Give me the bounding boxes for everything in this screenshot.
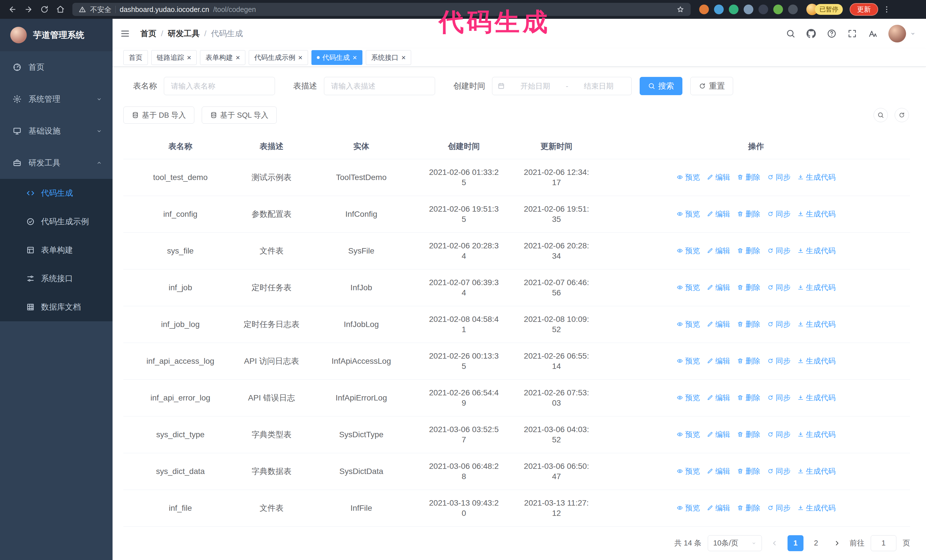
generate-code-link[interactable]: 生成代码	[797, 246, 836, 256]
extension-icon-5[interactable]	[758, 5, 768, 14]
sync-link[interactable]: 同步	[767, 246, 791, 256]
github-button[interactable]	[806, 29, 816, 38]
edit-link[interactable]: 编辑	[707, 282, 730, 293]
tab-close-icon[interactable]: ×	[187, 54, 191, 61]
sidebar-item[interactable]: 基础设施	[0, 115, 112, 147]
page-size-select[interactable]: 10条/页	[708, 535, 762, 551]
generate-code-link[interactable]: 生成代码	[797, 319, 836, 329]
tab-系统接口[interactable]: 系统接口×	[366, 50, 411, 65]
sync-link[interactable]: 同步	[767, 319, 791, 329]
sidebar-item[interactable]: 研发工具	[0, 147, 112, 179]
import-db-button[interactable]: 基于 DB 导入	[123, 107, 194, 124]
header-search-button[interactable]	[786, 29, 796, 38]
extension-icon-7[interactable]	[788, 5, 798, 14]
preview-link[interactable]: 预览	[677, 503, 700, 513]
tab-代码生成示例[interactable]: 代码生成示例×	[249, 50, 308, 65]
extension-icon-4[interactable]	[744, 5, 754, 14]
breadcrumb-item[interactable]: 研发工具	[168, 28, 200, 39]
delete-link[interactable]: 删除	[737, 282, 761, 293]
extension-icon-3[interactable]	[729, 5, 738, 14]
goto-page-input[interactable]	[871, 535, 896, 551]
generate-code-link[interactable]: 生成代码	[797, 209, 836, 219]
sidebar-subitem[interactable]: 代码生成示例	[0, 207, 112, 236]
edit-link[interactable]: 编辑	[707, 209, 730, 219]
preview-link[interactable]: 预览	[677, 246, 700, 256]
refresh-table-button[interactable]	[895, 108, 909, 122]
breadcrumb-item[interactable]: 首页	[141, 28, 156, 39]
extension-icon-6[interactable]	[773, 5, 783, 14]
delete-link[interactable]: 删除	[737, 429, 761, 439]
preview-link[interactable]: 预览	[677, 282, 700, 293]
delete-link[interactable]: 删除	[737, 466, 761, 476]
preview-link[interactable]: 预览	[677, 319, 700, 329]
import-sql-button[interactable]: 基于 SQL 导入	[202, 107, 277, 124]
edit-link[interactable]: 编辑	[707, 246, 730, 256]
edit-link[interactable]: 编辑	[707, 356, 730, 366]
sync-link[interactable]: 同步	[767, 503, 791, 513]
delete-link[interactable]: 删除	[737, 356, 761, 366]
tab-首页[interactable]: 首页	[123, 50, 148, 65]
bookmark-star-icon[interactable]	[676, 5, 684, 14]
tab-链路追踪[interactable]: 链路追踪×	[151, 50, 197, 65]
sidebar-item[interactable]: 首页	[0, 51, 112, 83]
sync-link[interactable]: 同步	[767, 392, 791, 403]
tab-代码生成[interactable]: 代码生成×	[312, 50, 362, 65]
sync-link[interactable]: 同步	[767, 209, 791, 219]
user-menu[interactable]	[888, 25, 916, 42]
sidebar-subitem[interactable]: 表单构建	[0, 236, 112, 264]
sidebar-subitem[interactable]: 数据库文档	[0, 293, 112, 321]
address-bar[interactable]: 不安全 dashboard.yudao.iocoder.cn /tool/cod…	[73, 3, 691, 16]
preview-link[interactable]: 预览	[677, 466, 700, 476]
fullscreen-button[interactable]	[847, 29, 857, 38]
edit-link[interactable]: 编辑	[707, 429, 730, 439]
preview-link[interactable]: 预览	[677, 392, 700, 403]
preview-link[interactable]: 预览	[677, 429, 700, 439]
browser-update-button[interactable]: 更新	[850, 3, 878, 16]
tab-close-icon[interactable]: ×	[298, 54, 302, 61]
edit-link[interactable]: 编辑	[707, 172, 730, 182]
browser-forward-button[interactable]	[21, 2, 36, 17]
tab-close-icon[interactable]: ×	[401, 54, 406, 61]
font-size-button[interactable]	[868, 29, 878, 38]
page-button-1[interactable]: 1	[788, 535, 803, 551]
page-button-2[interactable]: 2	[808, 535, 824, 551]
sync-link[interactable]: 同步	[767, 429, 791, 439]
app-logo[interactable]: 芋道管理系统	[0, 19, 112, 51]
create-time-range-picker[interactable]: 开始日期 - 结束日期	[492, 77, 632, 95]
preview-link[interactable]: 预览	[677, 172, 700, 182]
browser-profile[interactable]: 已暂停	[806, 4, 843, 15]
sync-link[interactable]: 同步	[767, 466, 791, 476]
delete-link[interactable]: 删除	[737, 319, 761, 329]
reset-button[interactable]: 重置	[690, 77, 733, 95]
extension-icon-2[interactable]	[714, 5, 724, 14]
generate-code-link[interactable]: 生成代码	[797, 172, 836, 182]
generate-code-link[interactable]: 生成代码	[797, 282, 836, 293]
edit-link[interactable]: 编辑	[707, 503, 730, 513]
generate-code-link[interactable]: 生成代码	[797, 466, 836, 476]
prev-page-button[interactable]	[768, 535, 781, 551]
browser-reload-button[interactable]	[37, 2, 52, 17]
browser-back-button[interactable]	[5, 2, 20, 17]
next-page-button[interactable]	[830, 535, 843, 551]
tab-close-icon[interactable]: ×	[353, 54, 357, 61]
delete-link[interactable]: 删除	[737, 209, 761, 219]
preview-link[interactable]: 预览	[677, 209, 700, 219]
extension-icon-1[interactable]	[699, 5, 709, 14]
help-button[interactable]	[827, 29, 837, 38]
table-name-input[interactable]	[164, 77, 275, 95]
tab-close-icon[interactable]: ×	[236, 54, 240, 61]
delete-link[interactable]: 删除	[737, 246, 761, 256]
browser-home-button[interactable]	[53, 2, 68, 17]
tab-表单构建[interactable]: 表单构建×	[200, 50, 245, 65]
edit-link[interactable]: 编辑	[707, 392, 730, 403]
sync-link[interactable]: 同步	[767, 172, 791, 182]
sidebar-subitem[interactable]: 代码生成	[0, 179, 112, 207]
generate-code-link[interactable]: 生成代码	[797, 503, 836, 513]
generate-code-link[interactable]: 生成代码	[797, 429, 836, 439]
generate-code-link[interactable]: 生成代码	[797, 392, 836, 403]
sidebar-item[interactable]: 系统管理	[0, 83, 112, 115]
generate-code-link[interactable]: 生成代码	[797, 356, 836, 366]
preview-link[interactable]: 预览	[677, 356, 700, 366]
browser-menu-button[interactable]	[879, 2, 894, 17]
sync-link[interactable]: 同步	[767, 282, 791, 293]
